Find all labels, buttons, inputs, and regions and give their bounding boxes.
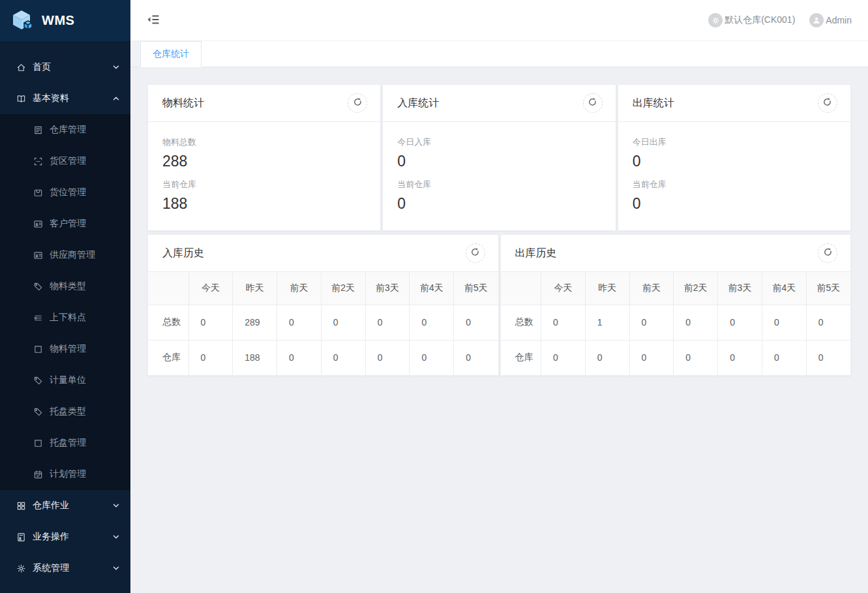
refresh-button[interactable]	[583, 93, 603, 113]
table-cell: 0	[674, 340, 718, 375]
chevron-down-icon	[112, 533, 120, 541]
main-area: 默认仓库(CK001) Admin 仓库统计	[130, 0, 868, 593]
stat-value: 0	[397, 152, 601, 171]
sidebar-item-label: 供应商管理	[50, 249, 120, 261]
stat-value: 0	[633, 194, 836, 213]
card-title: 入库统计	[397, 97, 439, 110]
sidebar-item-2[interactable]: 仓库管理	[0, 114, 130, 145]
table-header-row: 今天昨天前天前2天前3天前4天前5天	[501, 272, 851, 305]
card-title: 出库历史	[515, 247, 557, 260]
warehouse-selector[interactable]: 默认仓库(CK001)	[708, 13, 795, 27]
sidebar-item-15[interactable]: 业务操作	[0, 521, 130, 553]
table-row-label: 总数	[148, 305, 188, 340]
table-col-header: 前天	[629, 272, 674, 305]
sidebar-item-13[interactable]: 计划管理	[0, 459, 130, 490]
user-menu[interactable]: Admin	[809, 13, 852, 27]
supplier-card-icon	[33, 250, 43, 260]
table-cell: 0	[454, 305, 498, 340]
app-root: WMS 首页基本资料仓库管理货区管理货位管理客户管理供应商管理物料类型上下料点物…	[0, 0, 868, 593]
table-cell: 0	[410, 340, 454, 375]
history-card-1: 出库历史今天昨天前天前2天前3天前4天前5天总数0100000仓库0000000	[500, 234, 852, 376]
card-header: 出库历史	[501, 235, 851, 272]
table-cell: 0	[629, 340, 674, 375]
card-header: 物料统计	[148, 85, 380, 122]
sidebar-item-label: 货位管理	[50, 187, 120, 198]
chevron-up-icon	[112, 95, 120, 102]
stat-value: 0	[633, 152, 836, 171]
table-row-label: 仓库	[501, 340, 541, 375]
stat-value: 188	[162, 194, 366, 213]
table-cell: 1	[585, 305, 629, 340]
sidebar-item-7[interactable]: 物料类型	[0, 271, 130, 302]
pallet-tag-icon	[33, 406, 43, 417]
table-cell: 0	[718, 305, 762, 340]
stat-label: 物料总数	[162, 136, 366, 148]
chevron-down-icon	[112, 63, 120, 71]
warehouse-label: 默认仓库(CK001)	[725, 14, 795, 26]
sidebar-item-4[interactable]: 货位管理	[0, 177, 130, 208]
sidebar-item-label: 物料管理	[50, 343, 120, 355]
sidebar-item-9[interactable]: 物料管理	[0, 333, 130, 365]
fold-icon	[147, 13, 160, 28]
refresh-button[interactable]	[466, 243, 485, 263]
sidebar-item-label: 基本资料	[33, 93, 112, 104]
sidebar-item-6[interactable]: 供应商管理	[0, 239, 130, 271]
sidebar-item-1[interactable]: 基本资料	[0, 83, 130, 114]
table-col-header: 前5天	[454, 272, 498, 305]
sidebar-item-10[interactable]: 计量单位	[0, 365, 130, 396]
topbar-right: 默认仓库(CK001) Admin	[708, 13, 852, 27]
table-col-header: 前2天	[321, 272, 365, 305]
sidebar-item-0[interactable]: 首页	[0, 52, 130, 83]
table-cell: 0	[454, 340, 498, 375]
refresh-icon	[353, 97, 363, 109]
refresh-button[interactable]	[818, 243, 837, 263]
tab-warehouse-stats[interactable]: 仓库统计	[140, 41, 202, 67]
table-cell: 0	[585, 340, 629, 375]
sidebar-item-label: 首页	[33, 61, 112, 73]
sidebar-item-label: 物料类型	[50, 281, 120, 292]
card-header: 入库统计	[383, 85, 615, 122]
table-col-header: 今天	[541, 272, 586, 305]
refresh-icon	[822, 97, 832, 109]
sidebar-item-16[interactable]: 系统管理	[0, 553, 130, 584]
table-row: 仓库018800000	[148, 340, 498, 375]
refresh-button[interactable]	[348, 93, 367, 113]
sidebar-item-11[interactable]: 托盘类型	[0, 396, 130, 427]
table-col-header: 前2天	[674, 272, 718, 305]
sidebar-item-5[interactable]: 客户管理	[0, 208, 130, 239]
tab-bar: 仓库统计	[130, 41, 868, 67]
sidebar-item-3[interactable]: 货区管理	[0, 145, 130, 177]
sidebar-item-8[interactable]: 上下料点	[0, 302, 130, 333]
history-table: 今天昨天前天前2天前3天前4天前5天总数0100000仓库0000000	[501, 272, 851, 375]
card-body: 今日入库0当前仓库0	[383, 122, 615, 213]
sidebar-item-12[interactable]: 托盘管理	[0, 427, 130, 459]
sidebar-item-14[interactable]: 仓库作业	[0, 490, 130, 521]
history-row: 入库历史今天昨天前天前2天前3天前4天前5天总数028900000仓库01880…	[147, 234, 851, 376]
refresh-icon	[470, 247, 480, 259]
stat-label: 当前仓库	[162, 179, 366, 190]
card-title: 出库统计	[633, 97, 674, 110]
table-cell: 0	[762, 340, 806, 375]
card-title: 物料统计	[162, 97, 204, 110]
user-avatar-icon	[809, 13, 824, 27]
table-cell: 0	[541, 305, 586, 340]
customer-card-icon	[33, 219, 43, 229]
sidebar-item-label: 业务操作	[33, 531, 112, 543]
user-label: Admin	[826, 15, 852, 25]
table-row-label: 仓库	[148, 340, 188, 375]
stat-label: 当前仓库	[397, 179, 601, 190]
table-cell: 0	[674, 305, 718, 340]
menu-fold-button[interactable]	[146, 13, 160, 27]
slot-icon	[33, 187, 43, 198]
refresh-button[interactable]	[818, 93, 837, 113]
gear-icon	[16, 563, 26, 573]
table-cell: 0	[806, 305, 850, 340]
table-cell: 0	[410, 305, 454, 340]
stat-label: 当前仓库	[633, 179, 836, 190]
content: 物料统计物料总数288当前仓库188入库统计今日入库0当前仓库0出库统计今日出库…	[130, 67, 868, 593]
stat-card-1: 入库统计今日入库0当前仓库0	[382, 84, 616, 231]
logo-cube-icon	[10, 8, 34, 34]
table-header-row: 今天昨天前天前2天前3天前4天前5天	[148, 272, 498, 305]
table-cell: 0	[718, 340, 762, 375]
card-header: 出库统计	[618, 85, 850, 122]
